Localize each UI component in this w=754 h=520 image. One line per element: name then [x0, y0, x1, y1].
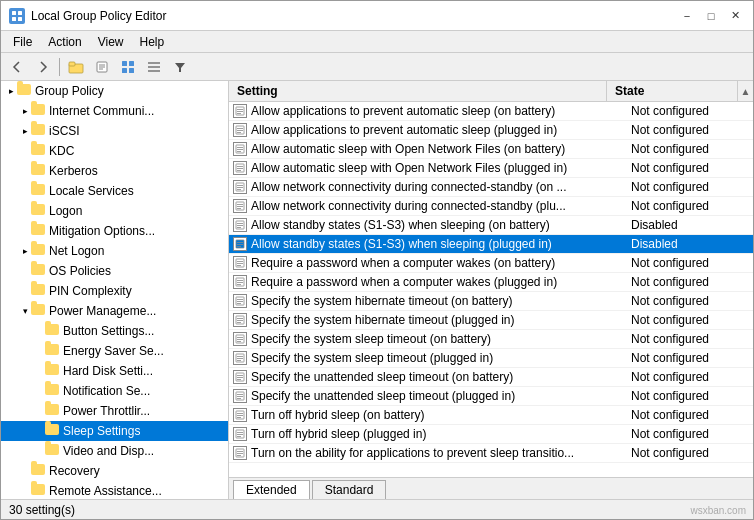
- col-header-state: State: [607, 81, 737, 101]
- tree-item[interactable]: KDC: [1, 141, 228, 161]
- row-setting-text: Require a password when a computer wakes…: [251, 256, 555, 270]
- policy-icon: [233, 313, 247, 327]
- tree-item[interactable]: Power Throttlir...: [1, 401, 228, 421]
- tab-standard[interactable]: Standard: [312, 480, 387, 499]
- svg-rect-12: [122, 68, 127, 73]
- table-row[interactable]: Require a password when a computer wakes…: [229, 273, 753, 292]
- row-state: Not configured: [623, 330, 753, 348]
- expand-icon: ▸: [19, 106, 31, 116]
- minimize-button[interactable]: −: [677, 7, 697, 25]
- tree-item[interactable]: Sleep Settings: [1, 421, 228, 441]
- table-row[interactable]: Require a password when a computer wakes…: [229, 254, 753, 273]
- back-button[interactable]: [5, 56, 29, 78]
- tree-item[interactable]: Notification Se...: [1, 381, 228, 401]
- table-row[interactable]: Specify the system sleep timeout (plugge…: [229, 349, 753, 368]
- row-setting-text: Allow automatic sleep with Open Network …: [251, 142, 565, 156]
- table-row[interactable]: Allow network connectivity during connec…: [229, 197, 753, 216]
- forward-button[interactable]: [31, 56, 55, 78]
- sidebar-tree[interactable]: ▸Group Policy▸Internet Communi...▸iSCSIK…: [1, 81, 229, 499]
- tree-label: Button Settings...: [63, 324, 154, 338]
- tree-item[interactable]: Remote Assistance...: [1, 481, 228, 499]
- table-row[interactable]: Specify the system sleep timeout (on bat…: [229, 330, 753, 349]
- folder-button[interactable]: [64, 56, 88, 78]
- folder-icon: [45, 404, 61, 418]
- table-row[interactable]: Allow automatic sleep with Open Network …: [229, 140, 753, 159]
- row-setting-text: Turn off hybrid sleep (on battery): [251, 408, 424, 422]
- table-row[interactable]: Turn on the ability for applications to …: [229, 444, 753, 463]
- table-body[interactable]: Allow applications to prevent automatic …: [229, 102, 753, 477]
- table-row[interactable]: Turn off hybrid sleep (plugged in)Not co…: [229, 425, 753, 444]
- tree-label: Kerberos: [49, 164, 98, 178]
- tree-item[interactable]: Button Settings...: [1, 321, 228, 341]
- row-setting-text: Specify the system sleep timeout (plugge…: [251, 351, 493, 365]
- tree-item[interactable]: Logon: [1, 201, 228, 221]
- row-setting-text: Allow network connectivity during connec…: [251, 180, 567, 194]
- table-row[interactable]: Allow applications to prevent automatic …: [229, 102, 753, 121]
- expand-icon: ▸: [5, 86, 17, 96]
- table-row[interactable]: Allow standby states (S1-S3) when sleepi…: [229, 216, 753, 235]
- tree-item[interactable]: Kerberos: [1, 161, 228, 181]
- folder-icon: [45, 324, 61, 338]
- table-row[interactable]: Allow automatic sleep with Open Network …: [229, 159, 753, 178]
- table-row[interactable]: Specify the unattended sleep timeout (on…: [229, 368, 753, 387]
- view-button[interactable]: [116, 56, 140, 78]
- tree-item[interactable]: PIN Complexity: [1, 281, 228, 301]
- details-button[interactable]: [142, 56, 166, 78]
- tree-item[interactable]: ▸Net Logon: [1, 241, 228, 261]
- title-bar: Local Group Policy Editor − □ ✕: [1, 1, 753, 31]
- tree-label: Energy Saver Se...: [63, 344, 164, 358]
- svg-marker-17: [175, 63, 185, 72]
- tree-item[interactable]: Recovery: [1, 461, 228, 481]
- row-setting: Allow standby states (S1-S3) when sleepi…: [229, 216, 623, 234]
- status-text: 30 setting(s): [9, 503, 75, 517]
- tree-item[interactable]: ▾Power Manageme...: [1, 301, 228, 321]
- row-state: Not configured: [623, 444, 753, 462]
- maximize-button[interactable]: □: [701, 7, 721, 25]
- row-state: Not configured: [623, 178, 753, 196]
- menu-file[interactable]: File: [5, 33, 40, 51]
- tree-label: Power Throttlir...: [63, 404, 150, 418]
- expand-icon: ▸: [19, 246, 31, 256]
- folder-icon: [45, 364, 61, 378]
- row-state: Not configured: [623, 273, 753, 291]
- table-row[interactable]: Specify the system hibernate timeout (pl…: [229, 311, 753, 330]
- policy-icon: [233, 104, 247, 118]
- table-row[interactable]: Allow standby states (S1-S3) when sleepi…: [229, 235, 753, 254]
- menu-help[interactable]: Help: [132, 33, 173, 51]
- menu-action[interactable]: Action: [40, 33, 89, 51]
- tree-item[interactable]: ▸Internet Communi...: [1, 101, 228, 121]
- tree-item[interactable]: ▸Group Policy: [1, 81, 228, 101]
- table-row[interactable]: Specify the unattended sleep timeout (pl…: [229, 387, 753, 406]
- table-row[interactable]: Specify the system hibernate timeout (on…: [229, 292, 753, 311]
- tree-item[interactable]: Mitigation Options...: [1, 221, 228, 241]
- status-bar: 30 setting(s): [1, 499, 753, 519]
- tree-item[interactable]: Energy Saver Se...: [1, 341, 228, 361]
- menu-view[interactable]: View: [90, 33, 132, 51]
- row-setting: Turn on the ability for applications to …: [229, 444, 623, 462]
- row-state: Not configured: [623, 387, 753, 405]
- watermark: wsxban.com: [690, 505, 746, 516]
- tree-item[interactable]: Hard Disk Setti...: [1, 361, 228, 381]
- table-row[interactable]: Turn off hybrid sleep (on battery)Not co…: [229, 406, 753, 425]
- tree-label: Video and Disp...: [63, 444, 154, 458]
- filter-button[interactable]: [168, 56, 192, 78]
- tree-item[interactable]: Video and Disp...: [1, 441, 228, 461]
- tree-label: Hard Disk Setti...: [63, 364, 153, 378]
- row-setting-text: Specify the system hibernate timeout (on…: [251, 294, 512, 308]
- row-setting: Allow applications to prevent automatic …: [229, 102, 623, 120]
- tree-item[interactable]: OS Policies: [1, 261, 228, 281]
- table-row[interactable]: Allow network connectivity during connec…: [229, 178, 753, 197]
- close-button[interactable]: ✕: [725, 7, 745, 25]
- scroll-up-button[interactable]: ▲: [737, 81, 753, 101]
- tree-item[interactable]: Locale Services: [1, 181, 228, 201]
- policy-icon: [233, 256, 247, 270]
- row-setting-text: Allow automatic sleep with Open Network …: [251, 161, 567, 175]
- table-row[interactable]: Allow applications to prevent automatic …: [229, 121, 753, 140]
- folder-icon: [31, 144, 47, 158]
- tab-extended[interactable]: Extended: [233, 480, 310, 499]
- row-setting: Allow network connectivity during connec…: [229, 197, 623, 215]
- properties-button[interactable]: [90, 56, 114, 78]
- tree-item[interactable]: ▸iSCSI: [1, 121, 228, 141]
- tree-label: iSCSI: [49, 124, 80, 138]
- row-state: Not configured: [623, 292, 753, 310]
